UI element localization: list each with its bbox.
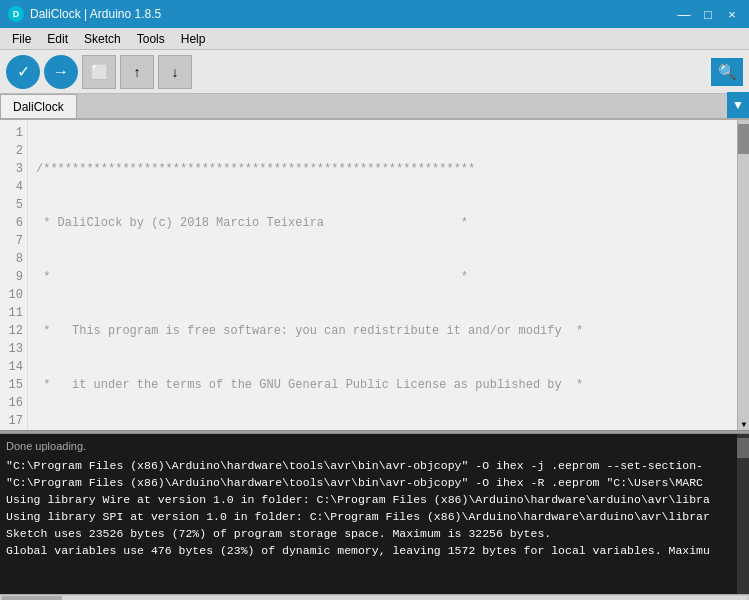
new-button[interactable]: ⬜ (82, 55, 116, 89)
console-output: Done uploading. "C:\Program Files (x86)\… (0, 434, 749, 594)
line-num: 14 (6, 358, 23, 376)
tab-bar: DaliClock ▼ (0, 94, 749, 120)
scrollbar-thumb[interactable] (738, 124, 749, 154)
code-content[interactable]: /***************************************… (28, 120, 737, 430)
window-title: DaliClock | Arduino 1.8.5 (30, 7, 161, 21)
line-num: 10 (6, 286, 23, 304)
code-line: * This program is free software: you can… (36, 322, 729, 340)
app-icon: D (8, 6, 24, 22)
maximize-button[interactable]: □ (699, 5, 717, 23)
line-num: 3 (6, 160, 23, 178)
scrollbar-track[interactable] (2, 596, 747, 601)
verify-button[interactable]: ✓ (6, 55, 40, 89)
menu-sketch[interactable]: Sketch (76, 30, 129, 48)
console-line: Global variables use 476 bytes (23%) of … (6, 542, 743, 559)
search-button[interactable]: 🔍 (711, 58, 743, 86)
upload-button[interactable]: → (44, 55, 78, 89)
line-numbers: 1 2 3 4 5 6 7 8 9 10 11 12 13 14 15 16 1… (0, 120, 28, 430)
active-tab[interactable]: DaliClock (0, 94, 77, 118)
console-header: Done uploading. (6, 438, 743, 455)
line-num: 8 (6, 250, 23, 268)
menu-bar: File Edit Sketch Tools Help (0, 28, 749, 50)
editor: 1 2 3 4 5 6 7 8 9 10 11 12 13 14 15 16 1… (0, 120, 749, 430)
title-bar-controls: — □ × (675, 5, 741, 23)
minimize-button[interactable]: — (675, 5, 693, 23)
line-num: 16 (6, 394, 23, 412)
line-num: 6 (6, 214, 23, 232)
console-line: Sketch uses 23526 bytes (72%) of program… (6, 525, 743, 542)
code-line: * it under the terms of the GNU General … (36, 376, 729, 394)
line-num: 12 (6, 322, 23, 340)
tab-dropdown-button[interactable]: ▼ (727, 92, 749, 118)
menu-file[interactable]: File (4, 30, 39, 48)
line-num: 13 (6, 340, 23, 358)
horizontal-scrollbar[interactable] (0, 594, 749, 600)
console-line: "C:\Program Files (x86)\Arduino\hardware… (6, 457, 743, 474)
line-num: 1 (6, 124, 23, 142)
menu-edit[interactable]: Edit (39, 30, 76, 48)
console-scrollbar-thumb[interactable] (737, 438, 749, 458)
scrollbar-thumb-horizontal[interactable] (2, 596, 62, 601)
title-bar: D DaliClock | Arduino 1.8.5 — □ × (0, 0, 749, 28)
line-num: 5 (6, 196, 23, 214)
line-num: 11 (6, 304, 23, 322)
open-button[interactable]: ↑ (120, 55, 154, 89)
menu-help[interactable]: Help (173, 30, 214, 48)
console-line: "C:\Program Files (x86)\Arduino\hardware… (6, 474, 743, 491)
editor-scrollbar[interactable]: ▼ (737, 120, 749, 430)
menu-tools[interactable]: Tools (129, 30, 173, 48)
code-line: /***************************************… (36, 160, 729, 178)
save-button[interactable]: ↓ (158, 55, 192, 89)
line-num: 2 (6, 142, 23, 160)
console-line: Using library SPI at version 1.0 in fold… (6, 508, 743, 525)
line-num: 17 (6, 412, 23, 430)
console-scrollbar[interactable] (737, 434, 749, 594)
toolbar: ✓ → ⬜ ↑ ↓ 🔍 (0, 50, 749, 94)
line-num: 7 (6, 232, 23, 250)
console-line: Using library Wire at version 1.0 in fol… (6, 491, 743, 508)
title-bar-left: D DaliClock | Arduino 1.8.5 (8, 6, 161, 22)
code-line: * DaliClock by (c) 2018 Marcio Teixeira … (36, 214, 729, 232)
line-num: 9 (6, 268, 23, 286)
line-num: 15 (6, 376, 23, 394)
scrollbar-down-arrow[interactable]: ▼ (738, 418, 749, 430)
code-line: * * (36, 268, 729, 286)
tab-label: DaliClock (13, 100, 64, 114)
line-num: 4 (6, 178, 23, 196)
close-button[interactable]: × (723, 5, 741, 23)
